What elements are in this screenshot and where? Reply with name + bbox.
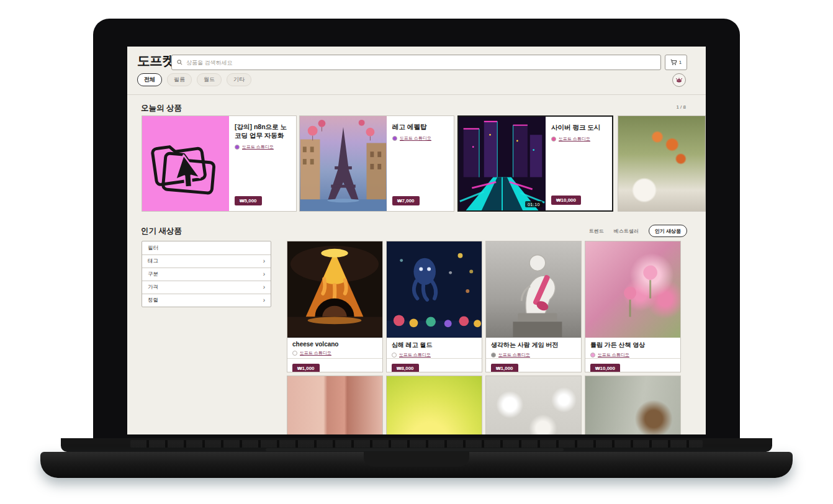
chip-world[interactable]: 월드: [197, 73, 222, 86]
filter-item-sort[interactable]: 정렬 ›: [142, 294, 271, 307]
today-card-lego-eiffel[interactable]: 레고 에펠탑 도프트 스튜디오 ₩7,000: [299, 115, 454, 212]
chevron-right-icon: ›: [263, 284, 265, 290]
tab-bestseller[interactable]: 베스트셀러: [614, 228, 639, 235]
seller-name: 도프트 스튜디오: [399, 352, 431, 358]
cheese-volcano-illustration: [287, 241, 382, 338]
product-info: 튤립 가든 산책 영상 도프트 스튜디오: [585, 338, 680, 358]
seller-avatar-dot: [551, 137, 556, 142]
price-badge: ₩10,000: [590, 364, 620, 372]
price-row: ₩10,000: [585, 358, 680, 372]
price-badge: ₩1,000: [491, 364, 518, 372]
user-avatar[interactable]: [672, 73, 686, 87]
cyberpunk-scene-illustration: [459, 117, 546, 210]
carousel-pagination: 1 / 8: [676, 104, 686, 110]
price-badge: ₩10,000: [551, 196, 581, 205]
product-card-tulip-garden[interactable]: 튤립 가든 산책 영상 도프트 스튜디오 ₩10,000: [585, 241, 681, 372]
seller-name: 도프트 스튜디오: [242, 144, 274, 150]
search-icon: [177, 60, 182, 65]
product-image-thinker-statue: [486, 241, 581, 338]
product-title: 심해 레고 월드: [392, 341, 477, 349]
today-card-garden-partial[interactable]: [618, 115, 706, 212]
product-card-deep-sea-lego[interactable]: 심해 레고 월드 도프트 스튜디오 ₩8,000: [386, 241, 482, 372]
seller-avatar-dot: [392, 136, 397, 141]
price-row: ₩8,000: [387, 358, 482, 372]
product-info: 심해 레고 월드 도프트 스튜디오: [387, 338, 482, 358]
tab-popular-new[interactable]: 인기 새상품: [649, 225, 687, 237]
product-info: 사이버 펑크 도시 도프트 스튜디오 ₩10,000: [546, 117, 612, 210]
product-image-folder-cursor: [142, 116, 229, 211]
cart-icon: [670, 59, 677, 66]
product-card-pink-room-partial[interactable]: [287, 376, 383, 434]
thinker-statue-illustration: [486, 241, 581, 338]
laptop-base: [40, 452, 793, 478]
header-divider: [127, 94, 706, 95]
product-card-cheese-volcano[interactable]: cheese volcano 도프트 스튜디오 ₩1,000: [287, 241, 383, 372]
filter-item-category[interactable]: 구분 ›: [142, 268, 271, 281]
seller-link[interactable]: 도프트 스튜디오: [551, 136, 606, 142]
seller-name: 도프트 스튜디오: [559, 136, 590, 142]
product-title: cheese volcano: [292, 341, 377, 348]
chevron-right-icon: ›: [263, 297, 265, 304]
keyboard-keys: [130, 440, 703, 448]
price-badge: ₩7,000: [392, 196, 420, 205]
seller-link[interactable]: 도프트 스튜디오: [491, 352, 576, 358]
seller-link[interactable]: 도프트 스튜디오: [392, 135, 448, 142]
video-duration-badge: 01:10: [525, 201, 543, 207]
price-badge: ₩1,000: [292, 364, 320, 372]
cart-button[interactable]: 1: [665, 55, 687, 70]
product-title: 사이버 펑크 도시: [551, 123, 606, 132]
eiffel-scene-illustration: [300, 116, 387, 211]
seller-name: 도프트 스튜디오: [300, 350, 331, 356]
product-card-bokeh-partial[interactable]: [485, 376, 582, 434]
seller-avatar-dot: [292, 351, 297, 356]
seller-avatar-dot: [491, 353, 496, 358]
seller-avatar-dot: [392, 353, 397, 358]
today-card-n8n-course[interactable]: [강의] n8n으로 노코딩 업무 자동화 도프트 스튜디오 ₩5,000: [142, 115, 297, 212]
tab-trend[interactable]: 트렌드: [589, 228, 604, 235]
filter-item-price[interactable]: 가격 ›: [142, 281, 271, 294]
browser-screen: 도프켓 1 전체 필름 월드 기타 오늘의 상품 1 / 8: [127, 47, 706, 434]
seller-link[interactable]: 도프트 스튜디오: [235, 144, 290, 150]
chip-film[interactable]: 필름: [167, 73, 192, 86]
category-chips: 전체 필름 월드 기타: [137, 73, 251, 86]
product-image-cheese-volcano: [287, 241, 382, 338]
filter-item-tags[interactable]: 태그 ›: [142, 254, 271, 268]
seller-name: 도프트 스튜디오: [598, 352, 629, 358]
trackpad-notch: [364, 452, 469, 467]
chevron-right-icon: ›: [263, 258, 265, 264]
seller-link[interactable]: 도프트 스튜디오: [292, 350, 377, 356]
product-card-squirrel-partial[interactable]: [585, 376, 681, 434]
cart-count-badge: 1: [679, 60, 682, 65]
filter-item-label: 가격: [148, 284, 158, 291]
chip-etc[interactable]: 기타: [227, 73, 251, 86]
filter-item-label: 태그: [148, 258, 158, 265]
keyboard-spacebar: [266, 448, 564, 451]
price-badge: ₩8,000: [392, 364, 419, 372]
price-row: ₩1,000: [486, 358, 581, 372]
seller-link[interactable]: 도프트 스튜디오: [590, 352, 675, 358]
filter-item-label: 구분: [148, 271, 158, 278]
site-logo[interactable]: 도프켓: [137, 52, 174, 70]
search-input[interactable]: [186, 60, 655, 66]
seller-avatar-dot: [235, 145, 240, 150]
product-card-lemon-partial[interactable]: [386, 376, 482, 434]
filter-sidebar: 필터 태그 › 구분 › 가격 › 정렬 ›: [142, 241, 271, 307]
search-bar[interactable]: [171, 55, 661, 70]
product-card-thinker-game[interactable]: 생각하는 사람 게임 버전 도프트 스튜디오 ₩1,000: [485, 241, 582, 372]
laptop-keyboard-deck: [61, 438, 772, 452]
chip-all[interactable]: 전체: [137, 73, 162, 86]
filter-item-label: 정렬: [148, 297, 158, 304]
seller-avatar-dot: [590, 353, 595, 358]
seller-name: 도프트 스튜디오: [400, 135, 431, 142]
product-title: 생각하는 사람 게임 버전: [491, 341, 576, 349]
popular-tabs: 트렌드 베스트셀러 인기 새상품: [589, 225, 687, 237]
product-image-eiffel-tower: [300, 116, 387, 211]
product-info: 생각하는 사람 게임 버전 도프트 스튜디오: [486, 338, 581, 358]
chevron-right-icon: ›: [263, 271, 265, 277]
product-title: 레고 에펠탑: [392, 122, 448, 131]
product-info: [강의] n8n으로 노코딩 업무 자동화 도프트 스튜디오 ₩5,000: [229, 116, 296, 211]
seller-link[interactable]: 도프트 스튜디오: [392, 352, 477, 358]
crab-avatar-icon: [675, 76, 683, 84]
price-row: ₩1,000: [287, 358, 382, 372]
today-card-cyberpunk-city[interactable]: 01:10 사이버 펑크 도시 도프트 스튜디오 ₩10,000: [457, 115, 613, 212]
